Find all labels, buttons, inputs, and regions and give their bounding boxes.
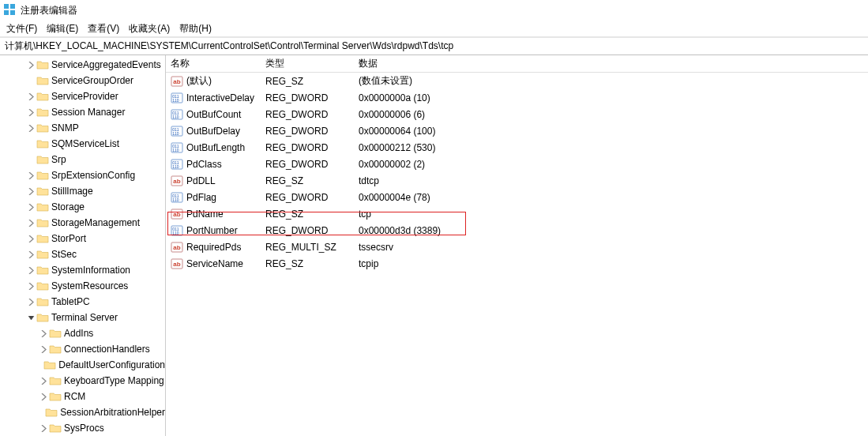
chevron-right-icon[interactable] [25, 172, 36, 179]
tree-item[interactable]: StSec [0, 246, 165, 262]
tree-item[interactable]: ServiceAggregatedEvents [0, 57, 165, 73]
folder-icon [36, 201, 49, 212]
chevron-right-icon[interactable] [38, 393, 49, 400]
value-row[interactable]: RequiredPdsREG_MULTI_SZtssecsrv [166, 239, 868, 255]
value-row[interactable]: PdClassREG_DWORD0x00000002 (2) [166, 156, 868, 172]
tree-item[interactable]: SessionArbitrationHelper [0, 404, 165, 420]
tree-item[interactable]: ServiceGroupOrder [0, 73, 165, 88]
tree-item[interactable]: Terminal Server [0, 310, 165, 325]
chevron-right-icon[interactable] [38, 330, 49, 337]
chevron-right-icon[interactable] [25, 93, 36, 100]
value-data: 0x00000064 (100) [354, 126, 868, 137]
tree-item-label: Terminal Server [51, 312, 118, 323]
tree-item[interactable]: SQMServiceList [0, 136, 165, 152]
tree-item[interactable]: SrpExtensionConfig [0, 167, 165, 183]
folder-icon [36, 75, 49, 86]
value-data: tssecsrv [354, 242, 868, 253]
chevron-right-icon[interactable] [25, 109, 36, 116]
tree-item[interactable]: StorageManagement [0, 215, 165, 231]
menu-edit[interactable]: 编辑(E) [42, 21, 83, 37]
tree-item[interactable]: Session Manager [0, 104, 165, 120]
tree-item[interactable]: StorPort [0, 231, 165, 246]
tree-item[interactable]: ConnectionHandlers [0, 341, 165, 357]
folder-icon [49, 375, 62, 386]
col-header-type[interactable]: 类型 [261, 57, 354, 70]
menu-help[interactable]: 帮助(H) [175, 21, 216, 37]
folder-icon [36, 296, 49, 307]
tree-item[interactable]: TabletPC [0, 294, 165, 310]
folder-icon [36, 59, 49, 70]
chevron-right-icon[interactable] [25, 188, 36, 195]
value-data: 0x00000002 (2) [354, 159, 868, 170]
chevron-right-icon[interactable] [25, 204, 36, 211]
tree-item-label: KeyboardType Mapping [64, 375, 164, 386]
value-type: REG_DWORD [261, 92, 354, 103]
folder-icon [36, 233, 49, 244]
col-header-name[interactable]: 名称 [166, 57, 261, 70]
tree-item[interactable]: StillImage [0, 183, 165, 199]
folder-icon [36, 280, 49, 291]
chevron-right-icon[interactable] [25, 267, 36, 274]
menu-view[interactable]: 查看(V) [83, 21, 124, 37]
value-data: 0x0000000a (10) [354, 92, 868, 103]
value-row[interactable]: InteractiveDelayREG_DWORD0x0000000a (10) [166, 89, 868, 106]
menu-favorites[interactable]: 收藏夹(A) [124, 21, 175, 37]
folder-icon [36, 186, 49, 197]
tree-item-label: SysProcs [64, 423, 104, 434]
chevron-right-icon[interactable] [25, 299, 36, 306]
tree-item[interactable]: AddIns [0, 325, 165, 341]
tree-item[interactable]: ServiceProvider [0, 88, 165, 104]
value-row[interactable]: OutBufLengthREG_DWORD0x00000212 (530) [166, 139, 868, 156]
tree-item[interactable]: SNMP [0, 120, 165, 136]
value-row[interactable]: OutBufDelayREG_DWORD0x00000064 (100) [166, 122, 868, 139]
chevron-right-icon[interactable] [25, 283, 36, 290]
tree-item[interactable]: DefaultUserConfiguration [0, 357, 165, 373]
value-row[interactable]: PdFlagREG_DWORD0x0000004e (78) [166, 189, 868, 205]
value-row[interactable]: PortNumberREG_DWORD0x00000d3d (3389) [166, 222, 868, 239]
tree-item-label: RCM [64, 391, 85, 402]
tree-item-label: Session Manager [51, 107, 125, 118]
chevron-right-icon[interactable] [38, 425, 49, 432]
tree-item[interactable]: SystemInformation [0, 262, 165, 278]
tree-item-label: ServiceProvider [51, 91, 118, 102]
folder-icon [49, 423, 62, 434]
chevron-right-icon[interactable] [25, 235, 36, 242]
chevron-right-icon[interactable] [25, 62, 36, 69]
chevron-right-icon[interactable] [25, 125, 36, 132]
folder-icon [49, 328, 62, 339]
value-name: PdName [186, 209, 224, 220]
value-row[interactable]: (默认)REG_SZ(数值未设置) [166, 73, 868, 89]
tree-item[interactable]: RCM [0, 389, 165, 404]
value-data: tcpip [354, 258, 868, 269]
value-type: REG_DWORD [261, 225, 354, 236]
tree-item[interactable]: KeyboardType Mapping [0, 373, 165, 389]
chevron-right-icon[interactable] [38, 346, 49, 353]
folder-icon [49, 391, 62, 402]
tree-item[interactable]: Srp [0, 152, 165, 167]
chevron-right-icon[interactable] [25, 251, 36, 258]
value-name: OutBufLength [186, 142, 245, 153]
key-tree[interactable]: ServiceAggregatedEventsServiceGroupOrder… [0, 55, 166, 436]
value-row[interactable]: PdNameREG_SZtcp [166, 205, 868, 222]
content: ServiceAggregatedEventsServiceGroupOrder… [0, 55, 868, 436]
tree-item[interactable]: Storage [0, 199, 165, 215]
folder-icon [36, 91, 49, 102]
value-row[interactable]: ServiceNameREG_SZtcpip [166, 255, 868, 272]
reg-string-icon [171, 75, 183, 88]
address-bar[interactable]: 计算机\HKEY_LOCAL_MACHINE\SYSTEM\CurrentCon… [0, 38, 868, 55]
reg-string-icon [171, 208, 183, 220]
reg-binary-icon [171, 141, 183, 154]
chevron-right-icon[interactable] [25, 220, 36, 227]
col-header-data[interactable]: 数据 [354, 57, 868, 70]
menu-file[interactable]: 文件(F) [2, 21, 42, 37]
value-row[interactable]: OutBufCountREG_DWORD0x00000006 (6) [166, 106, 868, 122]
tree-item[interactable]: SysProcs [0, 420, 165, 436]
tree-item[interactable]: SystemResources [0, 278, 165, 294]
value-type: REG_SZ [261, 258, 354, 269]
value-name: InteractiveDelay [186, 92, 254, 103]
chevron-down-icon[interactable] [25, 314, 36, 321]
folder-icon [36, 217, 49, 228]
value-row[interactable]: PdDLLREG_SZtdtcp [166, 172, 868, 189]
value-data: tdtcp [354, 175, 868, 186]
chevron-right-icon[interactable] [38, 378, 49, 385]
